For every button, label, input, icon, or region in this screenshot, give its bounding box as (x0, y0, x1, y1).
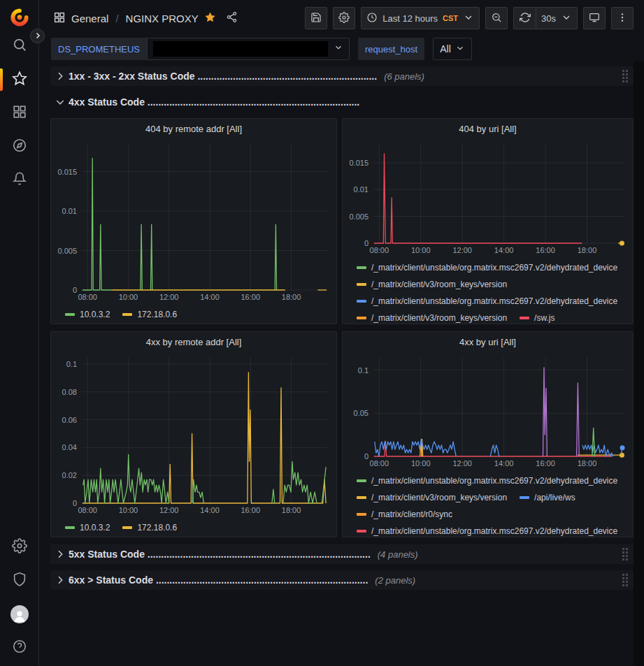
svg-text:0: 0 (73, 286, 77, 294)
legend-item[interactable]: 10.0.3.2 (65, 523, 110, 532)
scrollbar-gutter[interactable] (634, 61, 644, 666)
save-icon (310, 12, 322, 25)
panel-title[interactable]: 4xx by remote addr [All] (51, 332, 336, 352)
chevron-right-icon (55, 71, 66, 82)
row-title: 4xx Status Code ........................… (69, 96, 359, 108)
active-indicator (0, 68, 3, 91)
chart-404-by-remote-addr[interactable]: 08:0010:0012:0014:0016:0018:0000.0050.01… (51, 138, 336, 304)
apps-grid-icon (53, 11, 66, 26)
legend-item[interactable]: /_matrix/client/unstable/org.matrix.msc2… (357, 263, 617, 272)
sidebar-expand-button[interactable] (30, 29, 45, 43)
favorite-star-icon[interactable] (204, 11, 216, 25)
legend-item[interactable]: /_matrix/client/v3/room_keys/version (357, 493, 507, 502)
datasource-variable-select[interactable] (147, 38, 350, 60)
legend-label: /_matrix/client/v3/room_keys/version (371, 314, 507, 322)
legend-item[interactable]: /_matrix/client/v3/room_keys/version (357, 314, 507, 322)
svg-text:08:00: 08:00 (370, 459, 389, 468)
sidebar-item-profile[interactable] (0, 598, 39, 631)
svg-text:0: 0 (364, 452, 368, 461)
variables-bar: DS_PROMETHEUS request_host All (39, 36, 644, 61)
redacted-datasource-value (153, 41, 328, 57)
panel-title[interactable]: 404 by uri [All] (343, 119, 633, 138)
svg-text:0.01: 0.01 (354, 185, 368, 194)
share-icon[interactable] (222, 11, 238, 25)
legend-item[interactable]: /_matrix/client/unstable/org.matrix.msc2… (357, 527, 617, 535)
sidebar-item-starred[interactable] (0, 63, 39, 96)
sidebar-item-alerting[interactable] (0, 164, 39, 197)
row-drag-handle[interactable] (620, 571, 631, 589)
dashboard-title[interactable]: NGINX PROXY (126, 13, 199, 24)
legend-swatch (357, 317, 366, 319)
legend-label: /sw.js (534, 314, 554, 322)
refresh-interval-picker[interactable]: 30s (536, 7, 578, 29)
row-drag-handle[interactable] (620, 545, 631, 563)
legend-swatch (357, 496, 366, 499)
row-header-1xx-3xx-2xx[interactable]: 1xx - 3xx - 2xx Status Code ............… (50, 66, 634, 86)
star-icon (12, 71, 27, 89)
row-header-6xx[interactable]: 6xx > Status Code ......................… (50, 570, 634, 590)
request-host-variable-select[interactable]: All (433, 38, 472, 60)
time-range-label: Last 12 hours (382, 13, 438, 24)
sidebar-item-help[interactable] (0, 631, 39, 665)
chart-4xx-by-remote-addr[interactable]: 08:0010:0012:0014:0016:0018:0000.020.040… (51, 352, 336, 517)
grafana-logo[interactable] (8, 6, 31, 29)
panel-404-by-uri: 404 by uri [All] 08:0010:0012:0014:0016:… (342, 118, 634, 324)
row-panels-count: (4 panels) (378, 549, 418, 560)
sidebar-item-server-admin[interactable] (0, 564, 39, 598)
legend-label: 172.18.0.6 (137, 310, 177, 319)
sidebar-item-dashboards[interactable] (0, 96, 39, 130)
legend-item[interactable]: /api/live/ws (520, 493, 575, 502)
breadcrumb-section[interactable]: General (71, 13, 108, 24)
row-header-5xx[interactable]: 5xx Status Code ........................… (50, 544, 634, 564)
refresh-button[interactable] (513, 7, 536, 29)
panel-title[interactable]: 404 by remote addr [All] (51, 119, 336, 138)
legend-row: /_matrix/client/v3/room_keys/version/api… (357, 489, 627, 506)
legend-item[interactable]: 172.18.0.6 (122, 523, 177, 532)
zoom-out-time-button[interactable] (485, 7, 508, 29)
panel-legend: /_matrix/client/unstable/org.matrix.msc2… (343, 470, 633, 537)
svg-text:16:00: 16:00 (536, 459, 555, 468)
save-dashboard-button[interactable] (305, 7, 327, 29)
legend-item[interactable]: /sw.js (520, 314, 554, 322)
row-header-4xx[interactable]: 4xx Status Code ........................… (50, 92, 634, 112)
svg-text:08:00: 08:00 (370, 246, 389, 254)
more-options-button[interactable] (611, 7, 634, 29)
dashboard-settings-button[interactable] (333, 7, 355, 29)
svg-text:0.06: 0.06 (62, 416, 77, 424)
chevron-down-icon (561, 12, 572, 25)
sidebar (0, 0, 39, 666)
zoom-out-icon (491, 12, 502, 25)
time-range-picker[interactable]: Last 12 hours CST (361, 7, 480, 29)
svg-text:10:00: 10:00 (119, 293, 138, 301)
refresh-icon (520, 12, 531, 25)
legend-item[interactable]: /_matrix/client/unstable/org.matrix.msc2… (357, 477, 617, 485)
kebab-menu-icon (617, 12, 628, 25)
sidebar-item-explore[interactable] (0, 130, 39, 164)
dashboard-toolbar: General / NGINX PROXY (39, 0, 644, 36)
svg-text:12:00: 12:00 (159, 293, 179, 301)
row-drag-handle[interactable] (620, 67, 631, 85)
svg-text:12:00: 12:00 (159, 506, 179, 514)
gear-icon (12, 538, 27, 556)
clock-icon (366, 12, 378, 25)
cycle-view-mode-button[interactable] (583, 7, 606, 29)
legend-label: /api/live/ws (534, 493, 575, 502)
legend-item[interactable]: /_matrix/client/v3/room_keys/version (357, 280, 507, 289)
chart-404-by-uri[interactable]: 08:0010:0012:0014:0016:0018:0000.0050.01… (343, 138, 633, 257)
legend-label: /_matrix/client/unstable/org.matrix.msc2… (371, 477, 617, 485)
legend-item[interactable]: 10.0.3.2 (65, 310, 110, 319)
row-title: 5xx Status Code ........................… (69, 549, 371, 560)
dashboards-grid-icon (12, 104, 27, 122)
legend-item[interactable]: 172.18.0.6 (122, 310, 177, 319)
chart-4xx-by-uri[interactable]: 08:0010:0012:0014:0016:0018:0000.050.1 (343, 352, 633, 470)
legend-item[interactable]: /_matrix/client/r0/sync (357, 510, 452, 519)
svg-text:12:00: 12:00 (452, 246, 472, 254)
panel-title[interactable]: 4xx by uri [All] (343, 332, 633, 352)
help-icon (12, 639, 27, 657)
legend-item[interactable]: /_matrix/client/unstable/org.matrix.msc2… (357, 297, 617, 305)
svg-text:14:00: 14:00 (200, 293, 220, 301)
breadcrumb: General / NGINX PROXY (53, 11, 238, 26)
row-title: 6xx > Status Code ......................… (69, 574, 368, 586)
svg-text:0.1: 0.1 (66, 360, 77, 368)
sidebar-item-configuration[interactable] (0, 530, 39, 564)
